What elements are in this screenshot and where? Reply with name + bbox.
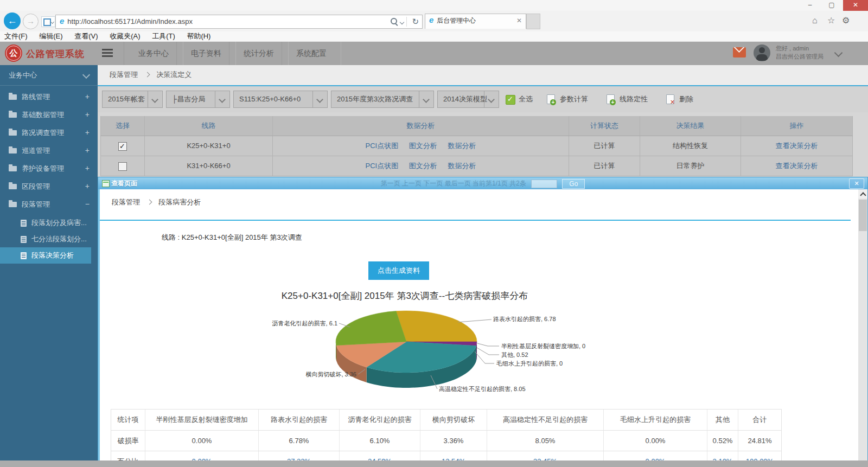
expand-icon[interactable]: + <box>85 159 90 177</box>
sidebar-item-paragraph-mgmt[interactable]: 段落管理− <box>0 195 98 213</box>
new-tab-button[interactable] <box>526 14 540 29</box>
dropdown-decision-model[interactable]: 2014决策模型 <box>437 91 499 108</box>
back-button[interactable]: ← <box>4 12 21 29</box>
expand-icon[interactable]: + <box>85 177 90 195</box>
breadcrumb: 段落管理 决策流定义 <box>98 65 868 86</box>
maximize-icon[interactable]: ▢ <box>822 0 841 11</box>
dropdown-account-year[interactable]: 2015年帐套 <box>102 91 163 108</box>
refresh-icon[interactable]: ↻ <box>412 16 419 28</box>
pci-dot-chart-link[interactable]: PCI点状图 <box>366 162 399 170</box>
favorites-star-icon[interactable]: ☆ <box>827 15 835 26</box>
chart-title: K25+0-K31+0[全副] 2015年 第3次调查--七类病害破损率分布 <box>100 290 710 302</box>
scrollbar-thumb[interactable] <box>859 200 867 231</box>
stats-table: 统计项 半刚性基层反射裂缝密度增加 路表水引起的损害 沥青老化引起的损害 横向剪… <box>111 409 782 467</box>
generate-data-button[interactable]: 点击生成资料 <box>368 261 429 280</box>
dropdown-arrow-icon[interactable] <box>148 91 162 107</box>
compatibility-icon[interactable] <box>41 16 55 27</box>
sidebar-item-road-survey[interactable]: 路况调查管理+ <box>0 124 98 142</box>
search-icon[interactable] <box>391 18 397 24</box>
menu-view[interactable]: 查看(V) <box>74 31 98 41</box>
dropdown-survey[interactable]: 2015年度第3次路况调查 <box>331 91 434 108</box>
pie-label-line <box>477 343 499 346</box>
expand-icon[interactable]: + <box>85 106 90 124</box>
browser-chrome: ← → ehttp://localhost:65171/Admin/Index.… <box>0 11 868 31</box>
dropdown-branch[interactable]: ├昌吉分局 <box>166 91 230 108</box>
menu-file[interactable]: 文件(F) <box>4 31 28 41</box>
search-dropdown-icon[interactable] <box>400 20 404 24</box>
browser-tab[interactable]: e后台管理中心 ✕ <box>425 14 526 29</box>
route-qualitative-button[interactable]: +线路定性 <box>607 92 648 107</box>
user-chevron-icon[interactable] <box>834 49 843 57</box>
org-text: 昌吉州公路管理局 <box>776 53 824 61</box>
close-icon[interactable]: ✕ <box>843 0 868 11</box>
sidebar-item-basic-data[interactable]: 基础数据管理+ <box>0 106 98 124</box>
sidebar-item-section-mgmt[interactable]: 区段管理+ <box>0 177 98 195</box>
mail-icon[interactable] <box>733 47 746 57</box>
pie-label-line <box>458 319 492 322</box>
tab-close-icon[interactable]: ✕ <box>516 14 522 28</box>
nav-statistics[interactable]: 统计分析 <box>229 41 289 65</box>
breadcrumb-separator-icon <box>144 72 150 78</box>
dropdown-arrow-icon[interactable] <box>484 91 499 107</box>
forward-button[interactable]: → <box>23 14 39 29</box>
expand-icon[interactable]: + <box>85 124 90 142</box>
nav-system-config[interactable]: 系统配置 <box>282 41 341 65</box>
settings-gear-icon[interactable]: ⚙ <box>842 15 850 26</box>
address-bar[interactable]: ehttp://localhost:65171/Admin/Index.aspx… <box>55 15 423 29</box>
dropdown-arrow-icon[interactable] <box>419 91 433 107</box>
expand-icon[interactable]: + <box>85 88 90 106</box>
app-logo: 公 <box>5 44 22 62</box>
sidebar-subitem-decision-analysis[interactable]: 段落决策分析 <box>0 247 91 264</box>
graphic-analysis-link[interactable]: 图文分析 <box>409 162 437 170</box>
menu-help[interactable]: 帮助(H) <box>187 31 210 41</box>
parameter-calc-button[interactable]: +参数计算 <box>547 92 588 107</box>
sidebar-subitem-paragraph-division[interactable]: 段落划分及病害... <box>0 215 98 231</box>
hamburger-icon[interactable] <box>102 49 113 57</box>
sidebar-item-route-mgmt[interactable]: 路线管理+ <box>0 88 98 106</box>
avatar[interactable] <box>754 44 770 61</box>
menu-edit[interactable]: 编辑(E) <box>39 31 62 41</box>
dropdown-arrow-icon[interactable] <box>215 91 229 107</box>
stats-row-damage-rate: 破损率 0.00% 6.78% 6.10% 3.36% 8.05% 0.00% … <box>111 431 781 451</box>
page-number-input <box>531 180 557 188</box>
sidebar-subitem-seven-method[interactable]: 七分法段落划分... <box>0 231 98 247</box>
divider <box>100 220 851 221</box>
pci-dot-chart-link[interactable]: PCI点状图 <box>366 142 399 150</box>
view-decision-link[interactable]: 查看决策分析 <box>776 162 818 170</box>
row-checkbox[interactable] <box>118 162 127 171</box>
modal-scrollbar[interactable] <box>858 189 867 462</box>
graphic-analysis-link[interactable]: 图文分析 <box>409 142 437 150</box>
menu-tools[interactable]: 工具(T) <box>152 31 175 41</box>
greeting-text: 您好 , admin <box>776 44 824 53</box>
col-line: 线路 <box>145 116 273 136</box>
modal-close-icon[interactable]: ✕ <box>849 178 864 189</box>
delete-button[interactable]: ✕删除 <box>666 92 693 107</box>
sidebar-section-business-center[interactable]: 业务中心 <box>0 65 98 86</box>
nav-business-center[interactable]: 业务中心 <box>124 41 183 65</box>
row-checkbox[interactable] <box>118 142 127 151</box>
col-actions: 操作 <box>741 116 853 136</box>
menu-favorites[interactable]: 收藏夹(A) <box>110 31 140 41</box>
scroll-up-icon[interactable] <box>858 189 867 199</box>
sidebar-item-maintenance-equipment[interactable]: 养护设备管理+ <box>0 159 98 177</box>
dropdown-arrow-icon[interactable] <box>312 91 327 107</box>
home-icon[interactable]: ⌂ <box>812 15 818 26</box>
table-row: K25+0-K31+0 PCI点状图 图文分析 数据分析 已计算 结构性恢复 查… <box>100 136 853 156</box>
sidebar-item-patrol-mgmt[interactable]: 巡道管理+ <box>0 142 98 159</box>
data-analysis-link[interactable]: 数据分析 <box>448 142 476 150</box>
col-select: 选择 <box>100 116 145 136</box>
expand-icon[interactable]: + <box>85 142 90 159</box>
breadcrumb-parent[interactable]: 段落管理 <box>110 71 138 79</box>
data-analysis-link[interactable]: 数据分析 <box>448 162 476 170</box>
modal-breadcrumb-parent[interactable]: 段落管理 <box>112 198 140 206</box>
nav-electronic-data[interactable]: 电子资料 <box>176 41 236 65</box>
url-text[interactable]: http://localhost:65171/Admin/Index.aspx <box>67 17 193 25</box>
dropdown-route[interactable]: S115:K25+0-K66+0 <box>233 91 328 108</box>
view-decision-link[interactable]: 查看决策分析 <box>776 142 818 150</box>
col-decision-result: 决策结果 <box>640 116 741 136</box>
breadcrumb-current: 决策流定义 <box>156 71 192 79</box>
minimize-icon[interactable]: – <box>801 0 819 11</box>
select-all-button[interactable]: 全选 <box>506 92 533 107</box>
collapse-icon[interactable]: − <box>85 195 90 213</box>
pie-label: 毛细水上升引起的损害, 0 <box>496 360 563 367</box>
